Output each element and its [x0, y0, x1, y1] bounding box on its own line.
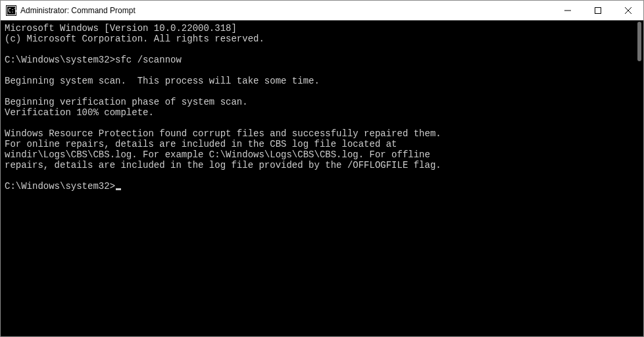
terminal-line: [5, 86, 639, 97]
close-button[interactable]: [613, 1, 643, 20]
terminal-line: C:\Windows\system32>: [5, 181, 639, 192]
minimize-button[interactable]: [553, 1, 583, 20]
terminal-area: Microsoft Windows [Version 10.0.22000.31…: [1, 20, 643, 336]
terminal-line: For online repairs, details are included…: [5, 139, 639, 149]
cmd-icon: C:\: [6, 5, 16, 16]
terminal-line: [5, 65, 639, 76]
terminal-line: [5, 44, 639, 55]
maximize-button[interactable]: [583, 1, 613, 20]
terminal-line: Microsoft Windows [Version 10.0.22000.31…: [5, 23, 639, 34]
window-title: Administrator: Command Prompt: [20, 6, 553, 15]
titlebar[interactable]: C:\ Administrator: Command Prompt: [1, 1, 643, 20]
terminal-line: (c) Microsoft Corporation. All rights re…: [5, 34, 639, 44]
window-controls: [553, 1, 643, 20]
scrollbar-thumb[interactable]: [637, 22, 641, 61]
terminal-line: Beginning system scan. This process will…: [5, 76, 639, 86]
terminal-line: windir\Logs\CBS\CBS.log. For example C:\…: [5, 149, 639, 160]
terminal-line: C:\Windows\system32>sfc /scannow: [5, 55, 639, 65]
terminal-line: [5, 170, 639, 181]
command-prompt-window: C:\ Administrator: Command Prompt Micros…: [0, 0, 644, 337]
svg-rect-5: [595, 7, 601, 13]
terminal-line: Windows Resource Protection found corrup…: [5, 128, 639, 139]
terminal-line: Verification 100% complete.: [5, 107, 639, 118]
cursor: [116, 188, 121, 190]
terminal-line: [5, 118, 639, 128]
terminal-line: Beginning verification phase of system s…: [5, 97, 639, 107]
terminal-output[interactable]: Microsoft Windows [Version 10.0.22000.31…: [1, 20, 643, 336]
scrollbar[interactable]: [635, 20, 643, 336]
terminal-line: repairs, details are included in the log…: [5, 160, 639, 170]
svg-text:C:\: C:\: [8, 8, 16, 14]
